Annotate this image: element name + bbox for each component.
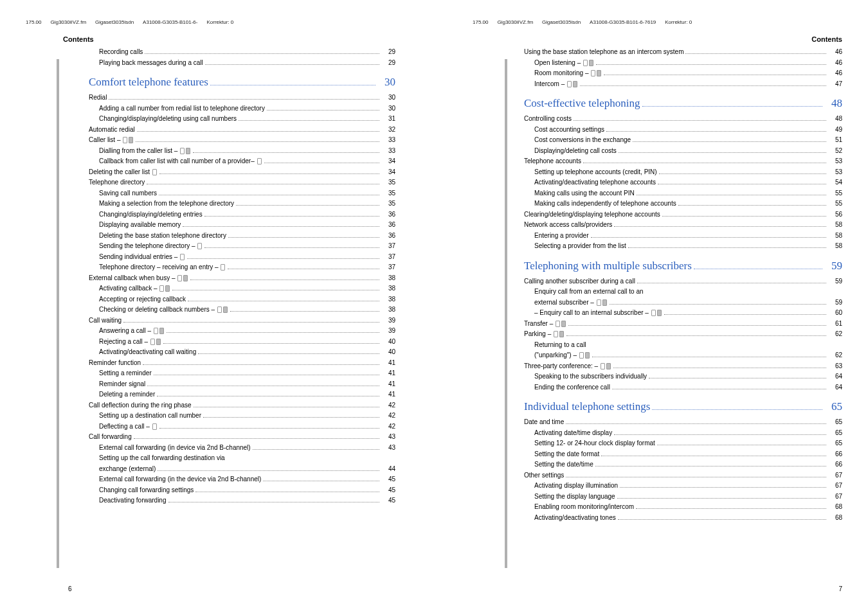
toc-page: 55	[828, 188, 842, 199]
toc-text: Entering a provider	[534, 231, 589, 242]
leader-dots	[678, 205, 826, 206]
toc-page: 66	[828, 459, 842, 470]
leader-dots	[637, 283, 826, 283]
toc-entry: Activating/deactivating call waiting40	[99, 347, 395, 358]
toc-entry: Calling another subscriber during a call…	[524, 276, 842, 287]
toc-text: Setting 12- or 24-hour clock display for…	[534, 438, 655, 449]
toc-entry: Returning to a call	[534, 340, 842, 351]
toc-text: Deleting the caller list	[89, 167, 158, 178]
toc-page: 46	[828, 58, 842, 69]
toc-text: Saving call numbers	[99, 188, 157, 199]
toc-text: Sending the telephone directory –	[99, 241, 203, 252]
toc-page: 48	[824, 97, 842, 110]
leader-dots	[566, 335, 826, 336]
toc-text: Ending the conference call	[534, 382, 610, 393]
handset-icon	[601, 363, 605, 369]
toc-text: Activating callback –	[99, 283, 170, 294]
toc-page: 33	[381, 135, 395, 146]
handset-icon	[597, 299, 601, 306]
toc-entry: Deleting the base station telephone dire…	[99, 231, 395, 242]
toc-page: 68	[828, 502, 842, 513]
handset-icon	[559, 331, 564, 337]
toc-text: Transfer –	[524, 319, 566, 330]
toc-page: 62	[828, 329, 842, 340]
toc-text: Displaying available memory	[99, 220, 181, 231]
toc-page: 39	[381, 315, 395, 326]
toc-page: 68	[828, 513, 842, 524]
toc-text: Comfort telephone features	[89, 76, 208, 89]
handset-icon	[561, 321, 566, 327]
toc-page: 36	[381, 220, 395, 231]
leader-dots	[123, 322, 379, 323]
toc-page: 37	[381, 252, 395, 263]
toc-page: 45	[381, 495, 395, 506]
toc-page: 40	[381, 337, 395, 348]
leader-dots	[228, 237, 379, 238]
leader-dots	[147, 184, 379, 184]
toc-entry: Activating callback – 38	[99, 283, 395, 294]
handset-icon	[156, 339, 161, 345]
toc-entry: Deflecting a call – 42	[99, 422, 395, 432]
toc-page: 53	[828, 156, 842, 167]
toc-page: 38	[381, 305, 395, 315]
leader-dots	[657, 445, 826, 445]
toc-text: Sending individual entries –	[99, 252, 185, 263]
toc-entry: Call forwarding43	[89, 432, 395, 443]
toc-entry: Changing/displaying/deleting entries36	[99, 209, 395, 220]
toc-entry: Clearing/deleting/displaying telephone a…	[524, 209, 842, 220]
leader-dots	[637, 195, 826, 195]
toc-page: 45	[381, 474, 395, 485]
handset-icon	[597, 70, 601, 76]
toc-text: External call forwarding (in device via …	[99, 443, 251, 454]
toc-entry: Transfer – 61	[524, 319, 842, 330]
toc-entry: External callback when busy – 38	[89, 273, 395, 284]
toc-entry: Ending the conference call64	[534, 382, 842, 393]
toc-text: Enabling room monitoring/intercom	[534, 502, 634, 513]
leader-dots	[596, 64, 826, 65]
toc-text: Call waiting	[89, 315, 122, 326]
toc-entry: Checking or deleting callback numbers – …	[99, 305, 395, 315]
toc-page: 65	[828, 428, 842, 439]
leader-dots	[659, 173, 826, 174]
toc-page: 32	[381, 125, 395, 136]
toc-entry: Deleting a reminder41	[99, 389, 395, 400]
toc-page: 46	[828, 68, 842, 79]
toc-page: 36	[381, 209, 395, 220]
handset-icon	[152, 423, 157, 430]
toc-entry: Making calls using the account PIN55	[534, 188, 842, 199]
toc-page: 41	[381, 379, 395, 390]
toc-text: Speaking to the subscribers individually	[534, 371, 647, 382]
toc-entry: Reminder function41	[89, 358, 395, 369]
toc-entry: Call deflection during the ring phase42	[89, 400, 395, 411]
toc-page: 52	[828, 146, 842, 157]
toc-text: Callback from caller list with call numb…	[99, 156, 262, 167]
toc-text: Call deflection during the ring phase	[89, 400, 192, 411]
handset-icon	[197, 243, 202, 249]
toc-text: Activating/deactivating tones	[534, 513, 616, 524]
toc-text: Redial	[89, 93, 107, 103]
leader-dots	[158, 470, 379, 471]
toc-entry: Automatic redial32	[89, 125, 395, 136]
side-bar	[505, 59, 507, 568]
hdr: Korrektur: 0	[665, 19, 692, 25]
toc-page: 31	[381, 114, 395, 125]
hdr: Korrektur: 0	[206, 19, 233, 25]
leader-dots	[136, 141, 379, 142]
toc-entry: ("unparking") – 62	[534, 350, 842, 361]
toc-entry: Recording calls29	[99, 47, 395, 58]
toc-entry: Cost conversions in the exchange51	[534, 135, 842, 146]
toc-page: 43	[381, 443, 395, 454]
leader-dots	[604, 75, 826, 75]
toc-page: 67	[828, 470, 842, 481]
leader-dots	[190, 280, 379, 280]
toc-page: 58	[828, 231, 842, 242]
toc-text: Playing back messages during a call	[99, 58, 203, 69]
leader-dots	[595, 466, 826, 466]
toc-text: Controlling costs	[524, 114, 572, 125]
toc-entry: Open listening – 46	[534, 58, 842, 69]
toc-page: 58	[828, 241, 842, 252]
handset-icon	[180, 254, 185, 260]
toc-text: Recording calls	[99, 47, 143, 58]
toc-text: Deleting a reminder	[99, 389, 155, 400]
leader-dots	[566, 477, 826, 477]
